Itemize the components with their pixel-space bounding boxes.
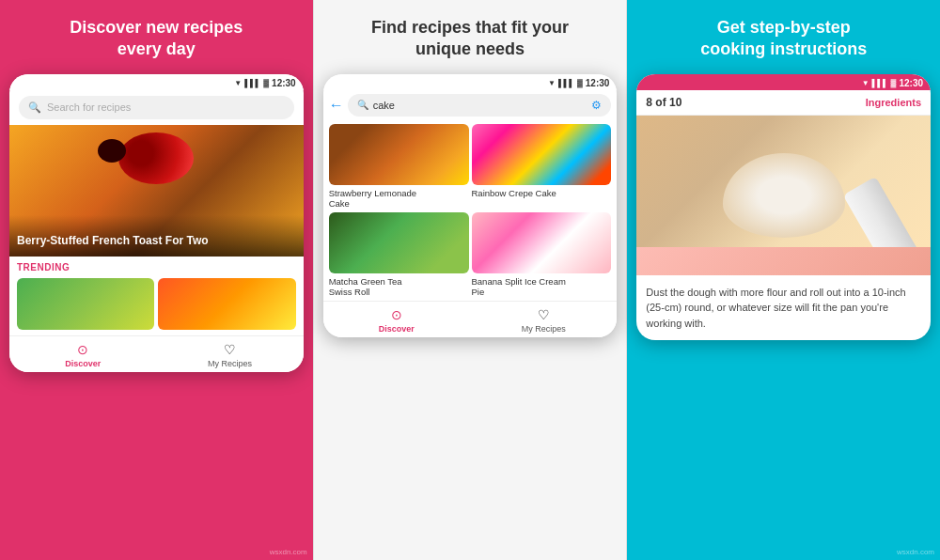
nav-discover-label-2: Discover	[379, 324, 415, 334]
panel-3-heading: Get step-by-stepcooking instructions	[682, 0, 885, 74]
recipe-name-2: Rainbow Crepe Cake	[472, 188, 612, 198]
trending-section: TRENDING	[9, 257, 304, 335]
heart-icon-1: ♡	[224, 342, 236, 357]
battery-icon: ▓	[263, 79, 269, 87]
back-arrow[interactable]: ←	[329, 97, 344, 114]
recipe-name-3: Matcha Green TeaSwiss Roll	[329, 276, 469, 298]
phone-wrapper-2: ▼ ▌▌▌ ▓ 12:30 ← 🔍 cake ⚙ Strawberry Lemo…	[314, 74, 627, 560]
trending-label: TRENDING	[17, 262, 296, 272]
search-icon-2: 🔍	[357, 100, 368, 110]
recipe-item-2[interactable]: Rainbow Crepe Cake	[472, 124, 612, 210]
wifi-icon-2: ▼	[548, 79, 556, 87]
status-bar-1: ▼ ▌▌▌ ▓ 12:30	[9, 74, 304, 90]
nav-myrecipes-label-2: My Recipes	[522, 324, 566, 334]
wifi-icon: ▼	[234, 79, 242, 87]
signal-icon-3: ▌▌▌	[872, 79, 888, 87]
ingredients-button[interactable]: Ingredients	[866, 97, 921, 108]
recipe-item-4[interactable]: Banana Split Ice CreamPie	[472, 212, 612, 298]
hero-image-1: Berry-Stuffed French Toast For Two	[9, 125, 304, 257]
watermark-1: wsxdn.com	[270, 548, 307, 556]
search-bar-1[interactable]: 🔍 Search for recipes	[19, 96, 294, 119]
recipe-name-1: Strawberry LemonadeCake	[329, 188, 469, 210]
phone-wrapper-3: ▼ ▌▌▌ ▓ 12:30 8 of 10 Ingredients Dust t…	[627, 74, 940, 560]
watermark-3: wsxdn.com	[897, 548, 934, 556]
recipe-img-3	[329, 212, 469, 273]
signal-icon: ▌▌▌	[244, 79, 260, 87]
recipe-img-2	[472, 124, 612, 185]
dough-decoration	[723, 153, 845, 238]
berries-decoration	[118, 132, 194, 184]
signal-icon-2: ▌▌▌	[558, 79, 574, 87]
discover-icon: ⊙	[77, 342, 88, 357]
nav-myrecipes-2[interactable]: ♡ My Recipes	[470, 307, 617, 334]
battery-icon-3: ▓	[891, 79, 897, 87]
recipe-item-1[interactable]: Strawberry LemonadeCake	[329, 124, 469, 210]
recipe-img-4	[472, 212, 612, 273]
search-icon: 🔍	[28, 101, 41, 114]
nav-discover-1[interactable]: ⊙ Discover	[9, 342, 156, 368]
hero-title: Berry-Stuffed French Toast For Two	[17, 234, 296, 249]
status-time-1: 12:30	[272, 78, 296, 88]
wifi-icon-3: ▼	[862, 79, 870, 87]
phone-mockup-2: ▼ ▌▌▌ ▓ 12:30 ← 🔍 cake ⚙ Strawberry Lemo…	[323, 74, 618, 338]
search-bar-2: ← 🔍 cake ⚙	[329, 94, 612, 117]
panel-discover: Discover new recipesevery day ▼ ▌▌▌ ▓ 12…	[0, 0, 313, 560]
panel-search: Find recipes that fit yourunique needs ▼…	[313, 0, 628, 560]
trending-item-1[interactable]	[17, 278, 154, 330]
step-description: Dust the dough with more flour and roll …	[636, 275, 931, 341]
filter-icon[interactable]: ⚙	[591, 99, 602, 112]
nav-myrecipes-1[interactable]: ♡ My Recipes	[156, 342, 303, 368]
dark-berry-decoration	[98, 139, 126, 163]
recipe-name-4: Banana Split Ice CreamPie	[472, 276, 612, 298]
status-time-2: 12:30	[586, 78, 610, 88]
nav-myrecipes-label-1: My Recipes	[208, 359, 252, 368]
bottom-nav-1: ⊙ Discover ♡ My Recipes	[9, 335, 304, 372]
nav-discover-label-1: Discover	[65, 359, 101, 368]
discover-icon-2: ⊙	[391, 307, 402, 322]
bottom-nav-2: ⊙ Discover ♡ My Recipes	[323, 301, 618, 337]
battery-icon-2: ▓	[577, 79, 583, 87]
panel-1-heading: Discover new recipesevery day	[51, 0, 261, 74]
recipe-item-3[interactable]: Matcha Green TeaSwiss Roll	[329, 212, 469, 298]
step-header: 8 of 10 Ingredients	[636, 90, 931, 116]
search-placeholder-1: Search for recipes	[47, 101, 131, 113]
panel-instructions: Get step-by-stepcooking instructions ▼ ▌…	[627, 0, 940, 560]
panel-2-heading: Find recipes that fit yourunique needs	[352, 0, 588, 74]
nav-discover-2[interactable]: ⊙ Discover	[323, 307, 470, 334]
hands-decoration	[636, 247, 931, 275]
phone-mockup-3: ▼ ▌▌▌ ▓ 12:30 8 of 10 Ingredients Dust t…	[636, 74, 931, 341]
recipe-img-1	[329, 124, 469, 185]
hero-overlay: Berry-Stuffed French Toast For Two	[9, 215, 304, 257]
step-image	[636, 116, 931, 275]
recipe-grid: Strawberry LemonadeCake Rainbow Crepe Ca…	[323, 120, 618, 302]
heart-icon-2: ♡	[538, 307, 550, 322]
status-bar-2: ▼ ▌▌▌ ▓ 12:30	[323, 74, 618, 90]
phone-mockup-1: ▼ ▌▌▌ ▓ 12:30 🔍 Search for recipes Berry…	[9, 74, 304, 372]
step-count: 8 of 10	[646, 96, 682, 109]
trending-item-2[interactable]	[158, 278, 295, 330]
trending-row	[17, 278, 296, 330]
search-input-2[interactable]: 🔍 cake ⚙	[348, 94, 612, 117]
status-time-3: 12:30	[899, 78, 923, 88]
status-bar-3: ▼ ▌▌▌ ▓ 12:30	[636, 74, 931, 90]
search-query: cake	[373, 100, 395, 111]
phone-wrapper-1: ▼ ▌▌▌ ▓ 12:30 🔍 Search for recipes Berry…	[0, 74, 313, 560]
